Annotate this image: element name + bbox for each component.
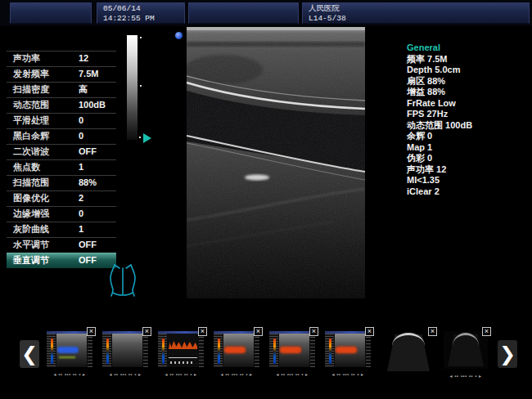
preset-name-label: General bbox=[407, 43, 521, 54]
thumbnail-caption: ◂ ▪▪ ▪▪▪ ▪▪ ▪ ▸ bbox=[43, 371, 96, 377]
graybar-dot bbox=[140, 37, 142, 38]
thumbnail-close-button[interactable]: × bbox=[428, 327, 437, 336]
param-label: 声功率 bbox=[13, 52, 40, 65]
param-label: 灰阶曲线 bbox=[13, 222, 49, 236]
param-row[interactable]: 边缘增强0 bbox=[7, 206, 116, 222]
thumb-side-text bbox=[199, 334, 204, 367]
param-row[interactable]: 平滑处理0 bbox=[7, 113, 116, 128]
focus-marker-icon bbox=[175, 32, 183, 39]
param-label: 扫描范围 bbox=[13, 176, 49, 190]
thumbnail[interactable]: ×◂ ▪▪ ▪▪▪ ▪▪ ▪ ▸ bbox=[102, 331, 148, 367]
top-info-bar: 05/06/1414:22:55 PM人民医院L14-5/38 bbox=[0, 0, 532, 26]
param-row[interactable]: 动态范围100dB bbox=[7, 97, 116, 113]
thumb-spectral-strip bbox=[269, 334, 278, 367]
gallery-prev-button[interactable]: ❮ bbox=[20, 340, 39, 368]
thumb-doppler-blob bbox=[57, 347, 79, 353]
image-info-line: 声功率 12 bbox=[407, 164, 521, 176]
thumbnail-close-button[interactable]: × bbox=[198, 327, 207, 336]
thumbnail-close-button[interactable]: × bbox=[365, 327, 374, 336]
image-info-line: Depth 5.0cm bbox=[407, 65, 521, 76]
image-info-line: 扇区 88% bbox=[407, 76, 521, 87]
thumb-side-text bbox=[366, 334, 371, 367]
ultrasound-app-screen: 05/06/1414:22:55 PM人民医院L14-5/38 声功率12发射频… bbox=[0, 0, 532, 399]
thumb-tiny-text bbox=[170, 361, 195, 364]
thumb-image bbox=[214, 334, 259, 367]
param-label: 平滑处理 bbox=[13, 114, 49, 128]
thumb-baseline bbox=[169, 357, 197, 358]
image-info-line: iClear 2 bbox=[407, 186, 521, 198]
param-row-selected[interactable]: 垂直调节OFF bbox=[7, 253, 116, 268]
thumb-doppler-blob bbox=[280, 347, 301, 353]
thumb-bmode-area bbox=[112, 334, 142, 367]
thumbnail[interactable]: × bbox=[383, 331, 434, 374]
param-row[interactable]: 声功率12 bbox=[7, 51, 116, 66]
thumbnail-close-button[interactable]: × bbox=[142, 327, 151, 336]
thumb-image bbox=[102, 334, 148, 367]
param-value: 0 bbox=[79, 114, 83, 128]
thumbnail[interactable]: ×◂ ▪▪ ▪▪▪ ▪▪ ▪ ▸ bbox=[47, 331, 92, 367]
param-row[interactable]: 扫描范围88% bbox=[7, 175, 116, 191]
thumbnail-caption: ◂ ▪▪ ▪▪▪ ▪▪ ▪ ▸ bbox=[322, 371, 374, 377]
thumbnail-close-button[interactable]: × bbox=[309, 327, 318, 336]
thumb-side-text bbox=[310, 334, 315, 367]
thumbnail-caption: ◂ ▪▪ ▪▪▪ ▪▪ ▪ ▸ bbox=[440, 373, 491, 379]
thumb-image bbox=[269, 334, 315, 367]
body-marker-icon bbox=[105, 262, 141, 301]
image-info-line: 频率 7.5M bbox=[407, 54, 521, 65]
info-text-line: 人民医院 bbox=[309, 4, 523, 14]
param-value: OFF bbox=[79, 238, 97, 252]
image-info-panel: General 频率 7.5MDepth 5.0cm扇区 88%增益 88%Fr… bbox=[407, 43, 521, 197]
thumbnail-close-button[interactable]: × bbox=[482, 327, 491, 336]
thumbnail-caption: ◂ ▪▪ ▪▪▪ ▪▪ ▪ ▸ bbox=[155, 371, 207, 377]
param-row[interactable]: 灰阶曲线1 bbox=[7, 222, 116, 237]
image-info-line: Map 1 bbox=[407, 142, 521, 154]
thumb-side-text bbox=[255, 334, 259, 367]
param-value: 高 bbox=[79, 83, 88, 96]
image-info-line: 增益 88% bbox=[407, 87, 521, 98]
info-box-empty-left bbox=[10, 2, 92, 24]
thumbnail-caption: ◂ ▪▪ ▪▪▪ ▪▪ ▪ ▸ bbox=[210, 371, 263, 377]
param-row[interactable]: 水平调节OFF bbox=[7, 237, 116, 253]
param-row[interactable]: 黑白余辉0 bbox=[7, 128, 116, 144]
param-value: 0 bbox=[79, 129, 83, 143]
ultrasound-image bbox=[187, 27, 365, 298]
thumbnail[interactable]: ×◂ ▪▪ ▪▪▪ ▪▪ ▪ ▸ bbox=[269, 331, 315, 367]
thumb-side-text bbox=[88, 334, 92, 367]
param-row[interactable]: 发射频率7.5M bbox=[7, 66, 116, 82]
gallery-next-button[interactable]: ❯ bbox=[498, 340, 517, 368]
thumb-image bbox=[47, 334, 92, 367]
image-info-line: MI<1.35 bbox=[407, 175, 521, 186]
param-value: 7.5M bbox=[79, 67, 98, 81]
param-label: 边缘增强 bbox=[13, 207, 49, 221]
param-row[interactable]: 扫描密度高 bbox=[7, 82, 116, 97]
image-info-line: FrRate Low bbox=[407, 98, 521, 110]
parameter-panel: 声功率12发射频率7.5M扫描密度高动态范围100dB平滑处理0黑白余辉0二次谐… bbox=[7, 51, 116, 268]
thumbnail[interactable]: ×◂ ▪▪ ▪▪▪ ▪▪ ▪ ▸ bbox=[444, 331, 488, 369]
param-row[interactable]: 二次谐波OFF bbox=[7, 144, 116, 159]
param-row[interactable]: 焦点数1 bbox=[7, 159, 116, 175]
thumbnail-close-button[interactable]: × bbox=[87, 327, 96, 336]
image-info-line: 伪彩 0 bbox=[407, 153, 521, 164]
thumbnail[interactable]: ×◂ ▪▪ ▪▪▪ ▪▪ ▪ ▸ bbox=[325, 331, 371, 367]
thumb-side-text bbox=[143, 334, 148, 367]
param-row[interactable]: 图像优化2 bbox=[7, 191, 116, 206]
thumbnail-caption: ◂ ▪▪ ▪▪▪ ▪▪ ▪ ▸ bbox=[99, 371, 151, 377]
thumbnail-close-button[interactable]: × bbox=[254, 327, 263, 336]
thumbnail[interactable]: ×◂ ▪▪ ▪▪▪ ▪▪ ▪ ▸ bbox=[214, 331, 259, 367]
graybar-dot bbox=[140, 85, 142, 87]
thumbnail[interactable]: ×◂ ▪▪ ▪▪▪ ▪▪ ▪ ▸ bbox=[158, 331, 204, 367]
param-value: 88% bbox=[79, 176, 97, 190]
param-label: 图像优化 bbox=[13, 191, 49, 205]
param-value: OFF bbox=[79, 145, 97, 159]
param-value: 1 bbox=[79, 160, 83, 174]
thumb-doppler-blob bbox=[224, 347, 246, 353]
param-value: 1 bbox=[79, 222, 83, 236]
image-info-line: 动态范围 100dB bbox=[407, 120, 521, 132]
thumb-image bbox=[158, 334, 204, 367]
thumb-spectral-strip bbox=[47, 334, 56, 367]
param-label: 黑白余辉 bbox=[13, 129, 49, 143]
info-box-empty-mid bbox=[188, 2, 299, 24]
image-info-line: FPS 27Hz bbox=[407, 109, 521, 120]
thumb-doppler-blob bbox=[336, 347, 357, 353]
thumb-image bbox=[325, 334, 371, 367]
